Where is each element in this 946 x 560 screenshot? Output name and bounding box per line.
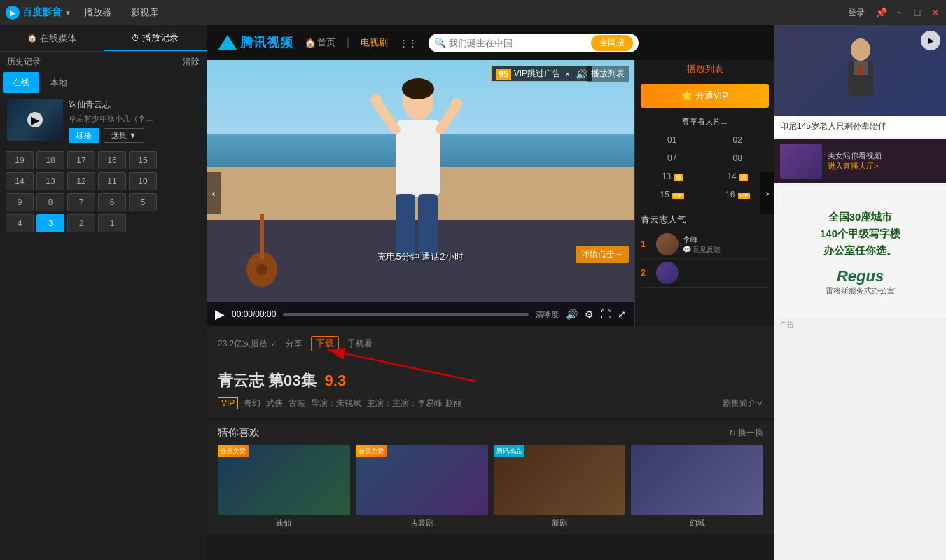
recommend-item-1[interactable]: 会员免费 诛仙	[218, 445, 350, 528]
sidebar-tab-history[interactable]: ⏱ 播放记录	[104, 25, 207, 51]
close-btn[interactable]: ✕	[931, 8, 940, 18]
continue-play-btn[interactable]: 续播	[69, 128, 99, 143]
playlist-tab[interactable]: 播放列表	[687, 63, 723, 76]
rec-name-4: 幻城	[631, 518, 763, 528]
search-button[interactable]: 全网搜	[591, 35, 633, 51]
loc-tab-local[interactable]: 本地	[41, 72, 77, 93]
refresh-btn[interactable]: ↻ 换一换	[729, 427, 763, 439]
pop-feedback-1[interactable]: 💬 意见反馈	[683, 245, 769, 255]
ad-play-btn[interactable]: ▶	[921, 31, 940, 50]
maximize-btn[interactable]: □	[912, 8, 922, 18]
expand-btn[interactable]: ⤢	[618, 309, 626, 320]
genre-costume[interactable]: 古装	[288, 398, 305, 410]
ep-1[interactable]: 1	[98, 214, 126, 232]
detail-click-btn[interactable]: 详情点击→	[576, 246, 629, 263]
ep-2[interactable]: 2	[67, 214, 95, 232]
sidebar-tab-online[interactable]: 🏠 在线媒体	[0, 25, 104, 51]
ad-live-info: 美女陪你看视频 进入直播大厅>	[822, 150, 940, 172]
ep-19[interactable]: 19	[6, 151, 34, 169]
ep-13[interactable]: 13	[36, 172, 64, 190]
clarity-btn[interactable]: 清晰度	[536, 309, 559, 320]
play-pause-btn[interactable]: ▶	[215, 307, 225, 322]
ep-11[interactable]: 11	[98, 172, 126, 190]
ad-live-link[interactable]: 进入直播大厅>	[828, 161, 940, 172]
fullscreen-btn[interactable]: ⛶	[601, 309, 611, 320]
download-btn[interactable]: 下载	[311, 336, 339, 351]
svg-point-2	[402, 78, 434, 99]
nav-home[interactable]: 🏠 首页	[305, 36, 335, 49]
ad-label: 广告	[774, 318, 946, 331]
app-dropdown-icon[interactable]: ▼	[64, 9, 71, 17]
pop-rank-1: 1	[641, 239, 652, 249]
ad-skip-close-btn[interactable]: ×	[565, 69, 570, 79]
episode-row-4: 4 3 2 1	[6, 214, 201, 232]
video-thumbnail: ▶	[7, 99, 63, 141]
svg-marker-0	[218, 35, 237, 50]
nav-more-icon[interactable]: ⋮⋮	[399, 38, 417, 48]
left-nav-arrow[interactable]: ‹	[207, 172, 221, 214]
rp-ep-07[interactable]: 07	[641, 150, 704, 166]
rp-ep-14[interactable]: 14 橙	[707, 169, 770, 184]
recommend-item-4[interactable]: 幻城	[631, 445, 763, 528]
rp-ep-01[interactable]: 01	[641, 132, 704, 148]
ep-14[interactable]: 14	[6, 172, 34, 190]
history-clear-btn[interactable]: 清除	[183, 56, 200, 68]
login-btn[interactable]: 登录	[848, 7, 865, 19]
ep-7[interactable]: 7	[67, 193, 95, 211]
rp-ep-02[interactable]: 02	[707, 132, 770, 148]
rp-ep-08[interactable]: 08	[707, 150, 770, 166]
ep-17[interactable]: 17	[67, 151, 95, 169]
ad-video-item: ▶ 印尼145岁老人只剩孙辈陪伴	[774, 25, 946, 136]
recommend-grid: 会员免费 诛仙 会员免费 古装剧 腾讯出品 新剧	[218, 445, 763, 528]
recommend-item-3[interactable]: 腾讯出品 新剧	[494, 445, 626, 528]
app-title: 百度影音	[22, 6, 62, 19]
video-info: 诛仙青云志 草庙村少年张小凡（李… 续播 选集 ▼	[69, 99, 200, 143]
ep-12[interactable]: 12	[67, 172, 95, 190]
more-info-btn[interactable]: 剧集简介∨	[723, 398, 763, 410]
right-nav-arrow[interactable]: ›	[760, 172, 774, 214]
svg-rect-8	[396, 194, 415, 257]
ep-4[interactable]: 4	[6, 214, 34, 232]
svg-point-12	[256, 264, 267, 275]
ep-3[interactable]: 3	[36, 214, 64, 232]
nav-library[interactable]: 影视库	[124, 5, 165, 20]
genre-fantasy[interactable]: 奇幻	[244, 398, 260, 410]
player-row: ‹	[207, 60, 774, 326]
volume-btn[interactable]: 🔊	[566, 309, 578, 320]
recommend-thumb-3: 腾讯出品	[494, 445, 626, 515]
nav-tv[interactable]: 电视剧	[361, 36, 388, 49]
open-vip-btn[interactable]: 🌟 开通VIP	[641, 84, 769, 108]
rp-ep-13[interactable]: 13 橙	[641, 169, 704, 184]
ep-5[interactable]: 5	[129, 193, 157, 211]
thumb-play-button[interactable]: ▶	[27, 112, 43, 127]
recommend-item-2[interactable]: 会员免费 古装剧	[356, 445, 488, 528]
select-episode-btn[interactable]: 选集 ▼	[104, 128, 144, 143]
ad-brand-name: Regus	[826, 267, 895, 286]
rp-ep-16[interactable]: 16 VIP	[707, 187, 770, 202]
ep-9[interactable]: 9	[6, 193, 34, 211]
ep-8[interactable]: 8	[36, 193, 64, 211]
pin-btn[interactable]: 📌	[876, 8, 886, 18]
ep-16[interactable]: 16	[98, 151, 126, 169]
genre-wuxia[interactable]: 武侠	[266, 398, 283, 410]
settings-btn[interactable]: ⚙	[585, 309, 594, 320]
progress-bar[interactable]	[283, 313, 529, 316]
share-btn[interactable]: 分享	[286, 338, 302, 350]
ad-sound-btn[interactable]: 🔊	[576, 69, 587, 80]
search-input[interactable]	[449, 38, 591, 48]
recommend-thumb-2: 会员免费	[356, 445, 488, 515]
nav-player[interactable]: 播放器	[77, 5, 118, 20]
tencent-search-bar[interactable]: 🔍 全网搜	[429, 34, 639, 52]
ep-10[interactable]: 10	[129, 172, 157, 190]
ep-6[interactable]: 6	[98, 193, 126, 211]
ep-15[interactable]: 15	[129, 151, 157, 169]
loc-tab-online[interactable]: 在线	[3, 72, 39, 93]
video-main-title: 青云志 第03集 9.3	[218, 370, 763, 391]
minimize-btn[interactable]: －	[894, 8, 904, 18]
ep-18[interactable]: 18	[36, 151, 64, 169]
video-rating: 9.3	[325, 372, 347, 390]
rp-ep-15[interactable]: 15 VIP	[641, 187, 704, 202]
vip-enjoy-text: 尊享看大片...	[635, 113, 774, 130]
playlist-button[interactable]: 播放列表	[587, 66, 629, 82]
mobile-watch-btn[interactable]: 手机看	[347, 338, 373, 350]
